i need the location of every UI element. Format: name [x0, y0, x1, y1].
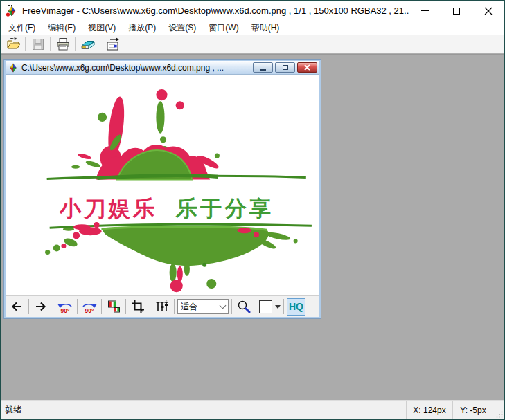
maximize-button[interactable] — [441, 1, 472, 21]
color-resize-icon — [107, 300, 121, 313]
swatch-dropdown-icon — [275, 305, 281, 309]
main-titlebar[interactable]: FreeVimager - C:\Users\www.x6g.com\Deskt… — [1, 1, 504, 21]
toolbar-separator — [53, 299, 53, 314]
logo-text-green: 乐于分享 — [175, 196, 274, 221]
child-restore-button[interactable] — [275, 62, 295, 73]
scan-icon — [80, 37, 96, 52]
logo-bottom-splash — [45, 227, 298, 293]
next-image-button[interactable] — [32, 298, 50, 316]
app-window: FreeVimager - C:\Users\www.x6g.com\Deskt… — [0, 0, 505, 420]
toolbar-separator — [101, 299, 102, 314]
child-minimize-button[interactable] — [253, 62, 273, 73]
save-icon — [30, 37, 46, 52]
open-button[interactable] — [3, 37, 22, 53]
toolbar-separator — [125, 299, 126, 314]
zoom-mode-value: 适合 — [181, 301, 220, 313]
child-minimize-icon — [260, 69, 266, 71]
resize-grip-icon — [496, 411, 503, 418]
crop-button[interactable] — [129, 298, 147, 316]
window-title: FreeVimager - C:\Users\www.x6g.com\Deskt… — [22, 6, 409, 16]
logo-text-red: 小刀娱乐 — [59, 196, 157, 221]
menu-view[interactable]: 视图(V) — [82, 21, 122, 35]
status-ready-text: 就绪 — [1, 404, 406, 416]
toolbar-separator — [25, 37, 26, 51]
image-viewport: 小刀娱乐 乐于分享 — [6, 75, 319, 295]
freevimager-logo-icon — [6, 5, 18, 17]
toolbar-separator — [231, 299, 232, 314]
menu-edit[interactable]: 编辑(E) — [42, 21, 82, 35]
toolbar-separator — [283, 299, 284, 314]
toolbar-separator — [174, 299, 175, 314]
color-resize-button[interactable] — [105, 298, 123, 316]
rotate-right-button[interactable]: 90° — [80, 298, 98, 316]
cursor-y-coordinate: Y: -5px — [453, 405, 493, 415]
rotate-left-button[interactable]: 90° — [56, 298, 74, 316]
toolbar-separator — [50, 37, 51, 51]
child-restore-icon — [283, 65, 288, 70]
maximize-icon — [453, 8, 460, 15]
chevron-down-icon — [220, 302, 227, 309]
magnifier-icon — [237, 300, 251, 313]
print-icon — [55, 37, 71, 52]
print-button[interactable] — [53, 37, 72, 53]
save-button[interactable] — [28, 37, 47, 53]
toolbar-separator — [100, 37, 100, 51]
email-icon — [105, 37, 121, 52]
rotate-right-icon — [82, 300, 97, 308]
menu-settings[interactable]: 设置(S) — [162, 21, 202, 35]
background-swatch — [259, 300, 272, 313]
zoom-mode-combobox[interactable]: 适合 — [177, 299, 229, 314]
email-button[interactable] — [103, 37, 122, 53]
toolbar-separator — [75, 37, 76, 51]
adjust-icon — [155, 300, 169, 313]
menu-window[interactable]: 窗口(W) — [202, 21, 245, 35]
statusbar: 就绪 X: 124px Y: -5px — [1, 400, 504, 419]
minimize-icon — [421, 10, 429, 11]
logo-top-splash — [71, 89, 220, 179]
main-toolbar — [1, 35, 504, 54]
toolbar-separator — [256, 299, 256, 314]
rotate-left-icon — [57, 300, 73, 308]
displayed-image: 小刀娱乐 乐于分享 — [6, 75, 319, 295]
rotate-left-label: 90° — [61, 308, 70, 313]
menubar: 文件(F) 编辑(E) 视图(V) 播放(P) 设置(S) 窗口(W) 帮助(H… — [1, 21, 504, 35]
child-titlebar[interactable]: C:\Users\www.x6g.com\Desktop\www.x6d.com… — [6, 61, 319, 75]
menu-play[interactable]: 播放(P) — [122, 21, 162, 35]
minimize-button[interactable] — [409, 1, 441, 21]
magnifier-button[interactable] — [235, 298, 253, 316]
prev-image-button[interactable] — [8, 298, 26, 316]
scan-button[interactable] — [78, 37, 97, 53]
child-close-button[interactable] — [297, 62, 317, 73]
resize-grip[interactable] — [493, 401, 504, 419]
image-file-icon — [8, 63, 18, 73]
next-image-icon — [34, 300, 48, 313]
child-toolbar: 90° 90° — [6, 295, 319, 317]
close-icon — [484, 7, 493, 15]
hq-toggle-button[interactable]: HQ — [287, 298, 305, 316]
background-color-picker[interactable] — [259, 300, 281, 313]
child-window-title: C:\Users\www.x6g.com\Desktop\www.x6d.com… — [21, 63, 251, 73]
crop-icon — [131, 300, 145, 313]
image-child-window: C:\Users\www.x6g.com\Desktop\www.x6d.com… — [4, 60, 321, 318]
close-button[interactable] — [472, 1, 504, 21]
mdi-client-area: C:\Users\www.x6g.com\Desktop\www.x6d.com… — [1, 54, 504, 400]
prev-image-icon — [10, 300, 24, 313]
open-folder-icon — [6, 37, 21, 52]
toolbar-separator — [77, 299, 78, 314]
adjust-button[interactable] — [153, 298, 171, 316]
toolbar-separator — [150, 299, 150, 314]
child-close-icon — [304, 64, 310, 71]
menu-file[interactable]: 文件(F) — [2, 21, 42, 35]
cursor-x-coordinate: X: 124px — [407, 405, 452, 415]
toolbar-separator — [28, 299, 29, 314]
rotate-right-label: 90° — [85, 308, 94, 313]
menu-help[interactable]: 帮助(H) — [245, 21, 286, 35]
